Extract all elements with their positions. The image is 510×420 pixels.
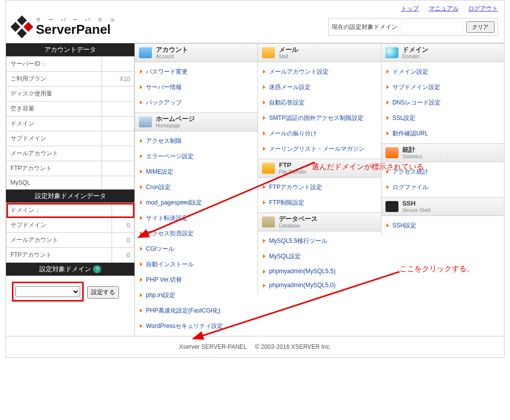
table-row: サブドメイン [6, 131, 134, 146]
menu-link[interactable]: SSL設定 [382, 110, 504, 126]
menu-link[interactable]: WordPressセキュリティ設定 [135, 318, 257, 334]
menu-link[interactable]: 自動応答設定 [258, 95, 381, 110]
current-domain-bar: 現在の設定対象ドメイン クリア [328, 18, 498, 36]
menu-link[interactable]: SSH設定 [382, 218, 504, 233]
logo-title: ServerPanel [36, 22, 118, 37]
menu-link[interactable]: mod_pagespeed設定 [135, 195, 257, 210]
ftp-icon [262, 163, 275, 174]
menu-link[interactable]: DNSレコード設定 [382, 95, 504, 110]
footer: Xserver SERVER-PANEL© 2003-2016 XSERVER … [6, 336, 504, 357]
domain-data-header: 設定対象ドメインデータ [6, 190, 134, 203]
nav-logout[interactable]: ログアウト [468, 5, 498, 12]
select-domain-header: 設定対象ドメイン? [6, 263, 134, 276]
menu-link[interactable]: phpmyadmin(MySQL5.0) [258, 278, 381, 292]
menu-link[interactable]: php.ini設定 [135, 288, 257, 303]
menu-link[interactable]: メーリングリスト・メールマガジン [258, 141, 381, 157]
cat-stats: 統計Statistics アクセス統計ログファイル [381, 143, 504, 197]
help-icon[interactable]: ? [93, 265, 101, 273]
sidebar: アカウントデータ サーバーID：ご利用プランX10ディスク使用量空き容量ドメイン… [6, 43, 134, 336]
menu-link[interactable]: FTPアカウント設定 [258, 180, 381, 195]
menu-link[interactable]: ログファイル [382, 180, 504, 195]
menu-link[interactable]: サーバー情報 [135, 80, 257, 95]
menu-link[interactable]: MySQL5.5移行ツール [258, 233, 381, 249]
table-row: ドメイン： [6, 203, 134, 218]
nav-top[interactable]: トップ [401, 5, 419, 12]
menu-link[interactable]: パスワード変更 [135, 64, 257, 80]
menu-link[interactable]: MySQL設定 [258, 249, 381, 264]
ssh-icon [385, 201, 398, 212]
menu-link[interactable]: phpmyadmin(MySQL5.5) [258, 264, 381, 278]
cat-mail: メールMail メールアカウント設定迷惑メール設定自動応答設定SMTP認証の国外… [257, 43, 381, 159]
cat-account: アカウントAccount パスワード変更サーバー情報バックアップ [134, 43, 257, 112]
mail-icon [262, 47, 275, 58]
domain-icon [385, 47, 398, 58]
menu-link[interactable]: 自動インストール [135, 257, 257, 272]
menu-link[interactable]: 動作確認URL [382, 126, 504, 141]
current-domain-label: 現在の設定対象ドメイン [332, 23, 397, 31]
menu-link[interactable]: メールアカウント設定 [258, 64, 381, 80]
main-panel: アカウントAccount パスワード変更サーバー情報バックアップ ホームページH… [134, 43, 504, 336]
table-row: ディスク使用量 [6, 87, 134, 102]
menu-link[interactable]: アクセス拒否設定 [135, 226, 257, 241]
cat-homepage: ホームページHomepage アクセス制限エラーページ設定MIME設定Cron設… [134, 112, 257, 336]
logo: サ ー バ ー パ ネ ル ServerPanel [12, 17, 118, 37]
menu-link[interactable]: エラーページ設定 [135, 149, 257, 164]
table-row: メールアカウント0 [6, 233, 134, 248]
cat-ftp: FTPFile Transfer FTPアカウント設定FTP制限設定 [257, 159, 381, 212]
menu-link[interactable]: サイト転送設定 [135, 210, 257, 226]
menu-link[interactable]: CGIツール [135, 241, 257, 257]
menu-link[interactable]: メールの振り分け [258, 126, 381, 141]
nav-manual[interactable]: マニュアル [429, 5, 459, 12]
cat-domain: ドメインDomain ドメイン設定サブドメイン設定DNSレコード設定SSL設定動… [381, 43, 504, 143]
menu-link[interactable]: SMTP認証の国外アクセス制限設定 [258, 110, 381, 126]
table-row: 空き容量 [6, 102, 134, 116]
menu-link[interactable]: ドメイン設定 [382, 64, 504, 80]
header: サ ー バ ー パ ネ ル ServerPanel 現在の設定対象ドメイン クリ… [6, 15, 504, 43]
top-nav: トップ マニュアル ログアウト [6, 0, 504, 15]
domain-data-table: ドメイン：サブドメイン0メールアカウント0FTPアカウント0 [6, 203, 134, 263]
table-row: ドメイン [6, 116, 134, 131]
table-row: MySQL [6, 176, 134, 190]
database-icon [262, 216, 275, 227]
table-row: メールアカウント [6, 146, 134, 161]
menu-link[interactable]: 迷惑メール設定 [258, 80, 381, 95]
table-row: サーバーID： [6, 57, 134, 72]
current-domain-value [400, 20, 463, 33]
menu-link[interactable]: Cron設定 [135, 180, 257, 195]
stats-icon [385, 147, 398, 158]
account-data-table: サーバーID：ご利用プランX10ディスク使用量空き容量ドメインサブドメインメール… [6, 56, 134, 190]
menu-link[interactable]: PHP Ver.切替 [135, 272, 257, 288]
logo-icon [12, 17, 32, 37]
menu-link[interactable]: バックアップ [135, 95, 257, 110]
menu-link[interactable]: FTP制限設定 [258, 195, 381, 210]
table-row: FTPアカウント [6, 161, 134, 176]
set-domain-button[interactable]: 設定する [87, 286, 119, 299]
domain-select[interactable] [15, 286, 80, 297]
menu-link[interactable]: MIME設定 [135, 164, 257, 180]
account-icon [139, 47, 152, 58]
account-data-header: アカウントデータ [6, 43, 134, 56]
cat-ssh: SSHSecure Shell SSH設定 [381, 197, 504, 235]
menu-link[interactable]: サブドメイン設定 [382, 80, 504, 95]
homepage-icon [139, 116, 152, 127]
table-row: FTPアカウント0 [6, 248, 134, 263]
table-row: サブドメイン0 [6, 218, 134, 233]
menu-link[interactable]: アクセス統計 [382, 164, 504, 180]
menu-link[interactable]: アクセス制限 [135, 133, 257, 149]
clear-button[interactable]: クリア [466, 21, 495, 33]
cat-db: データベースDatabase MySQL5.5移行ツールMySQL設定phpmy… [257, 212, 381, 294]
table-row: ご利用プランX10 [6, 72, 134, 87]
menu-link[interactable]: PHP高速化設定(FastCGI化) [135, 303, 257, 318]
